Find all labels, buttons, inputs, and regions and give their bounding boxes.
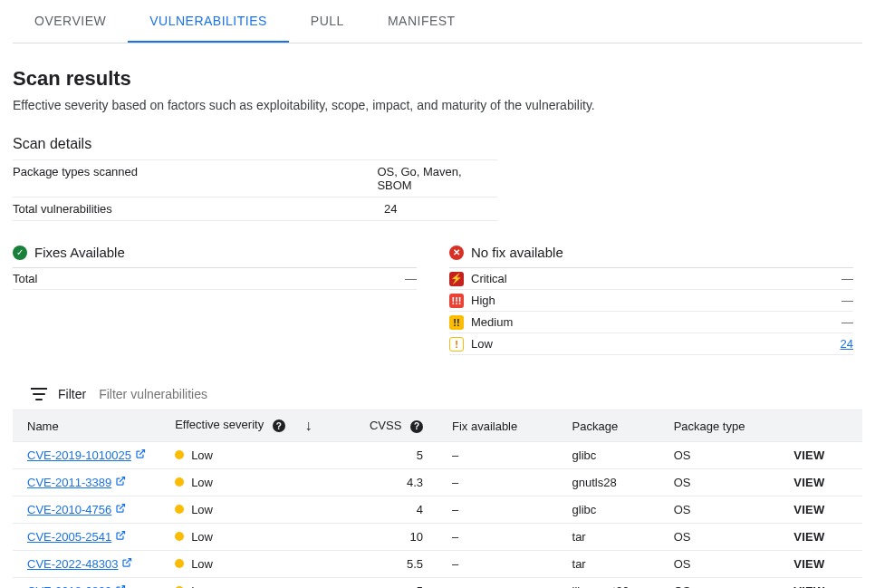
- filter-icon: [31, 388, 47, 400]
- tab-pull[interactable]: Pull: [289, 0, 366, 43]
- col-cvss[interactable]: CVSS ?: [345, 410, 438, 442]
- view-button[interactable]: VIEW: [793, 557, 824, 571]
- external-link-icon: [115, 503, 126, 516]
- no-fix-row-low: !Low 24: [449, 333, 853, 355]
- severity-dot-icon: [175, 505, 184, 514]
- table-row: CVE-2019-1010025 Low5–glibcOSVIEW: [13, 442, 862, 469]
- no-fix-row-medium: !!Medium —: [449, 312, 853, 333]
- view-button[interactable]: VIEW: [793, 476, 824, 489]
- package-value: libgcrypt20: [558, 578, 659, 589]
- no-fix-row-critical: ⚡Critical —: [449, 268, 853, 290]
- severity-count: —: [841, 294, 853, 307]
- table-row: CVE-2010-4756 Low4–glibcOSVIEW: [13, 496, 862, 524]
- severity-text: Low: [191, 448, 213, 462]
- filter-input[interactable]: [97, 386, 844, 402]
- fix-value: –: [438, 578, 558, 589]
- page-subtitle: Effective severity based on factors such…: [13, 98, 862, 112]
- tab-vulnerabilities[interactable]: Vulnerabilities: [128, 0, 289, 43]
- severity-dot-icon: [175, 532, 184, 541]
- help-icon[interactable]: ?: [410, 420, 423, 433]
- scan-details-heading: Scan details: [13, 136, 862, 152]
- col-fix[interactable]: Fix available: [438, 410, 558, 442]
- low-severity-icon: !: [449, 337, 464, 352]
- severity-dot-icon: [175, 450, 184, 459]
- fixes-available-section: ✓ Fixes Available Total —: [13, 245, 417, 355]
- cvss-value: 5: [345, 442, 438, 469]
- package-value: glibc: [558, 496, 659, 524]
- tab-overview[interactable]: Overview: [13, 0, 128, 43]
- col-package[interactable]: Package: [558, 410, 659, 442]
- detail-row-total: Total vulnerabilities 24: [13, 198, 497, 221]
- cvss-value: 4.3: [345, 469, 438, 496]
- severity-label: Critical: [471, 272, 507, 285]
- tab-manifest[interactable]: Manifest: [366, 0, 477, 43]
- cve-link[interactable]: CVE-2018-6829: [27, 584, 126, 588]
- severity-text: Low: [191, 530, 213, 544]
- view-button[interactable]: VIEW: [793, 530, 824, 544]
- low-count-link[interactable]: 24: [841, 337, 853, 351]
- help-icon[interactable]: ?: [273, 419, 285, 432]
- filter-bar: Filter: [13, 379, 862, 410]
- external-link-icon: [115, 476, 126, 489]
- fixes-total-row: Total —: [13, 268, 417, 290]
- vulnerabilities-table: Name Effective severity ? ↓ CVSS ? Fix a…: [13, 410, 862, 588]
- package-type-value: OS: [659, 469, 780, 496]
- severity-dot-icon: [175, 477, 184, 487]
- col-ptype[interactable]: Package type: [659, 410, 780, 442]
- col-severity[interactable]: Effective severity ? ↓: [160, 410, 345, 442]
- cve-link[interactable]: CVE-2010-4756: [27, 503, 126, 516]
- col-severity-label: Effective severity: [175, 418, 264, 431]
- medium-severity-icon: !!: [449, 315, 464, 330]
- fix-value: –: [438, 496, 558, 524]
- severity-dot-icon: [175, 559, 184, 568]
- cve-link[interactable]: CVE-2022-48303: [27, 557, 132, 571]
- severity-count: —: [841, 315, 853, 329]
- detail-label: Total vulnerabilities: [13, 202, 384, 216]
- detail-value: 24: [384, 202, 397, 216]
- table-row: CVE-2022-48303 Low5.5–tarOSVIEW: [13, 551, 862, 578]
- severity-label: High: [471, 294, 495, 307]
- no-fix-row-high: !!!High —: [449, 290, 853, 312]
- high-severity-icon: !!!: [449, 294, 464, 308]
- col-actions: [779, 410, 862, 442]
- fix-value: –: [438, 442, 558, 469]
- cve-link[interactable]: CVE-2005-2541: [27, 530, 126, 544]
- view-button[interactable]: VIEW: [793, 503, 824, 516]
- fixes-total-label: Total: [13, 272, 37, 285]
- severity-label: Low: [471, 337, 493, 351]
- filter-label: Filter: [58, 387, 86, 401]
- external-link-icon: [135, 448, 146, 462]
- severity-text: Low: [191, 584, 213, 588]
- critical-severity-icon: ⚡: [449, 272, 464, 286]
- cve-link[interactable]: CVE-2011-3389: [27, 476, 126, 489]
- cvss-value: 10: [345, 524, 438, 551]
- fix-value: –: [438, 469, 558, 496]
- fix-value: –: [438, 524, 558, 551]
- table-row: CVE-2011-3389 Low4.3–gnutls28OSVIEW: [13, 469, 862, 496]
- cvss-value: 5.5: [345, 551, 438, 578]
- external-link-icon: [121, 557, 132, 571]
- external-link-icon: [115, 584, 126, 588]
- package-type-value: OS: [659, 551, 780, 578]
- col-name[interactable]: Name: [13, 410, 160, 442]
- tabs: Overview Vulnerabilities Pull Manifest: [13, 0, 862, 43]
- severity-label: Medium: [471, 315, 513, 329]
- package-value: tar: [558, 551, 659, 578]
- col-cvss-label: CVSS: [370, 419, 401, 432]
- page-title: Scan results: [13, 67, 862, 91]
- sort-desc-icon[interactable]: ↓: [304, 418, 312, 433]
- severity-text: Low: [191, 503, 213, 516]
- package-value: gnutls28: [558, 469, 659, 496]
- fix-value: –: [438, 551, 558, 578]
- cve-link[interactable]: CVE-2019-1010025: [27, 448, 146, 462]
- severity-text: Low: [191, 557, 213, 571]
- cvss-value: 5: [345, 578, 438, 589]
- view-button[interactable]: VIEW: [793, 584, 824, 588]
- cvss-value: 4: [345, 496, 438, 524]
- view-button[interactable]: VIEW: [793, 448, 824, 462]
- severity-count: —: [841, 272, 853, 285]
- table-row: CVE-2018-6829 Low5–libgcrypt20OSVIEW: [13, 578, 862, 589]
- no-fix-title: No fix available: [471, 245, 563, 260]
- external-link-icon: [115, 530, 126, 544]
- detail-row-package-types: Package types scanned OS, Go, Maven, SBO…: [13, 160, 497, 198]
